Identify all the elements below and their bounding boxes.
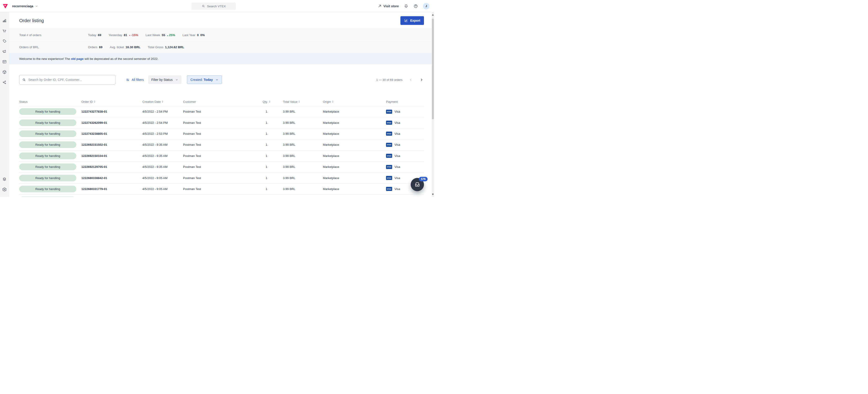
creation-date-cell: 4/5/2022 - 9:35 AM [143, 143, 183, 146]
payment-label: Visa [395, 110, 400, 113]
customer-cell: Postman Test [183, 143, 261, 146]
stat-delta: ▼-15% [129, 33, 138, 37]
table-row[interactable]: Ready for handling 1222680338842-01 4/5/… [19, 172, 424, 184]
stats-row-label: Total # of orders [19, 33, 88, 37]
all-filters-button[interactable]: All filters [126, 78, 144, 82]
export-button[interactable]: Export [400, 16, 424, 25]
next-page-button[interactable] [419, 77, 424, 82]
origin-cell: Marketplace [323, 143, 386, 146]
notifications-button[interactable] [404, 4, 408, 8]
share-network-icon[interactable] [2, 80, 7, 85]
origin-cell: Marketplace [323, 176, 386, 180]
origin-cell: Marketplace [323, 154, 386, 158]
origin-cell: Marketplace [323, 121, 386, 125]
total-value-cell: 3.99 BRL [272, 154, 323, 158]
storefront-layout-icon[interactable] [2, 59, 7, 64]
status-cell: Ready for handling [19, 186, 81, 192]
account-menu[interactable]: recorrenciaqa [12, 4, 38, 8]
column-header-origin[interactable]: Origin [323, 100, 386, 103]
scrollbar-thumb[interactable] [432, 19, 434, 119]
box-icon[interactable] [2, 70, 7, 74]
created-filter-dropdown[interactable]: Created:Today [187, 75, 222, 84]
bar-chart-icon[interactable] [2, 18, 7, 23]
column-header-total_value[interactable]: Total Value [272, 100, 323, 103]
inbox-floating-button[interactable]: 576 [411, 178, 424, 191]
customer-cell: Postman Test [183, 165, 261, 169]
visa-card-icon: VISA [386, 165, 392, 169]
creation-date-cell: 4/5/2022 - 9:05 AM [143, 187, 183, 191]
sort-icon [332, 100, 334, 103]
qty-cell: 1 [261, 187, 272, 191]
table-row[interactable]: Ready for handling 1222692151502-01 4/5/… [19, 139, 424, 150]
stats-summary: Total # of orders Today69Yesterday81▼-15… [9, 29, 432, 53]
deprecation-banner: Welcome to the new experience! The old p… [9, 53, 432, 64]
megaphone-icon[interactable] [2, 49, 7, 54]
filter-by-status-dropdown[interactable]: Filter by Status [148, 75, 182, 84]
customer-cell: Postman Test [183, 176, 261, 180]
scroll-down-arrow[interactable] [432, 194, 434, 195]
chevron-left-icon [409, 78, 413, 82]
payment-label: Visa [395, 187, 400, 191]
customer-cell: Postman Test [183, 154, 261, 158]
filters-row: All filters Filter by Status Created:Tod… [9, 75, 432, 85]
app-window: recorrenciaqa Search VTEX Visit store J [0, 0, 434, 197]
visa-card-icon: VISA [386, 187, 392, 191]
stat-metric: Avg. ticket16.30 BRL [110, 45, 140, 49]
order-id-cell: 1222692150104-01 [81, 154, 143, 158]
column-header-order_id[interactable]: Order ID [81, 100, 143, 103]
gear-icon[interactable] [2, 187, 7, 192]
global-search-placeholder: Search VTEX [207, 5, 226, 8]
cart-icon[interactable] [2, 29, 7, 33]
visa-card-icon: VISA [386, 121, 392, 125]
order-id-cell: 1222743277838-01 [81, 110, 143, 113]
table-row[interactable]: Ready for handling 1222692150104-01 4/5/… [19, 151, 424, 162]
status-cell: Ready for handling [19, 108, 81, 115]
customer-cell: Postman Test [183, 132, 261, 135]
creation-date-cell: 4/5/2022 - 2:54 PM [143, 110, 183, 113]
qty-cell: 1 [261, 165, 272, 169]
status-badge: Ready for handling [19, 186, 76, 192]
prev-page-button[interactable] [408, 77, 413, 82]
visa-card-icon: VISA [386, 143, 392, 147]
visit-store-button[interactable]: Visit store [378, 4, 399, 8]
table-row[interactable]: Ready for handling [19, 195, 424, 197]
column-header-creation_date[interactable]: Creation Date [143, 100, 183, 103]
payment-label: Visa [395, 132, 400, 135]
tag-icon[interactable] [2, 39, 7, 44]
order-search-field[interactable] [19, 75, 116, 85]
trend-up-icon: ▲ [167, 34, 169, 37]
banner-text: Welcome to the new experience! The [19, 57, 70, 61]
column-header-qty[interactable]: Qty. [261, 100, 272, 103]
scroll-up-arrow[interactable] [432, 14, 434, 15]
vertical-scrollbar[interactable] [432, 12, 434, 197]
table-row[interactable]: Ready for handling 1222743262099-01 4/5/… [19, 117, 424, 128]
global-search[interactable]: Search VTEX [191, 2, 236, 10]
payment-cell: VISA Visa [386, 110, 424, 114]
banner-text: will be deprecated as of the second seme… [85, 57, 158, 61]
avatar[interactable]: J [423, 3, 429, 9]
table-row[interactable]: Ready for handling 1222743238805-01 4/5/… [19, 128, 424, 139]
filter-by-status-label: Filter by Status [151, 78, 173, 81]
total-value-cell: 3.99 BRL [272, 121, 323, 125]
inbox-icon [414, 182, 421, 188]
sliders-icon [126, 78, 130, 82]
total-value-cell: 3.99 BRL [272, 176, 323, 180]
table-row[interactable]: Ready for handling 1222680331779-01 4/5/… [19, 184, 424, 195]
payment-label: Visa [395, 121, 400, 125]
total-value-cell: 3.99 BRL [272, 143, 323, 146]
help-button[interactable] [413, 4, 418, 8]
order-id-cell: 1222743262099-01 [81, 121, 143, 125]
status-badge: Ready for handling [19, 141, 76, 148]
old-page-link[interactable]: old page [71, 57, 84, 61]
table-row[interactable]: Ready for handling 1222743277838-01 4/5/… [19, 106, 424, 117]
order-search-input[interactable] [28, 78, 113, 81]
all-filters-label: All filters [132, 78, 144, 81]
layers-icon[interactable] [2, 177, 7, 182]
payment-label: Visa [395, 165, 400, 169]
table-row[interactable]: Ready for handling 1222692129705-01 4/5/… [19, 162, 424, 172]
status-badge: Ready for handling [19, 164, 76, 170]
creation-date-cell: 4/5/2022 - 9:35 AM [143, 154, 183, 158]
creation-date-cell: 4/5/2022 - 9:35 AM [143, 165, 183, 169]
sort-icon [269, 100, 270, 103]
created-filter-label: Created:Today [190, 78, 213, 81]
